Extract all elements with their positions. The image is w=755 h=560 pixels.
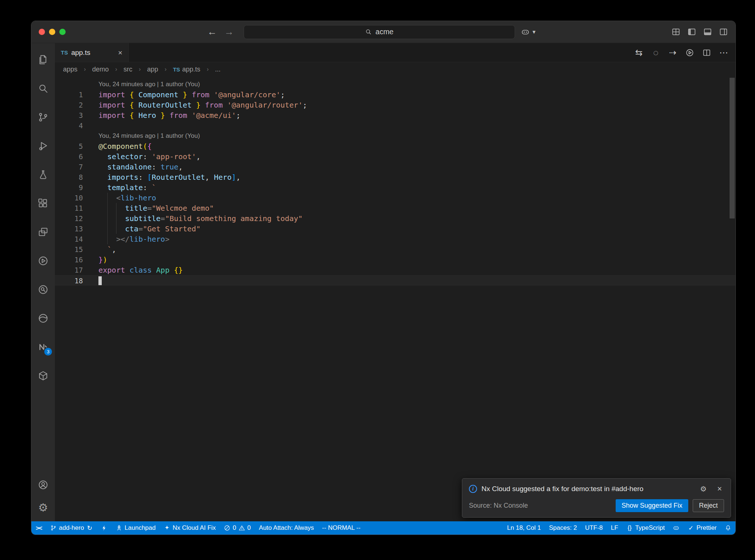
breadcrumb-item-src[interactable]: src [123, 66, 132, 73]
status-nx-cloud-ai-fix[interactable]: Nx Cloud AI Fix [160, 521, 220, 535]
code-text: import { Hero } from '@acme/ui'; [98, 110, 735, 120]
bell-icon [725, 525, 731, 531]
activity-nx-console[interactable]: 3 [31, 333, 55, 361]
breadcrumb-item-apps[interactable]: apps [63, 66, 77, 73]
code-text: imports: [RouterOutlet, Hero], [98, 172, 735, 182]
tab-app-ts[interactable]: TS app.ts × [55, 43, 129, 62]
split-editor-button[interactable] [702, 48, 711, 57]
status-label: add-hero [59, 524, 84, 532]
status-launchpad[interactable]: Launchpad [112, 521, 160, 535]
status-encoding[interactable]: UTF-8 [581, 521, 607, 535]
search-icon [38, 83, 49, 94]
status-vim-mode[interactable]: -- NORMAL -- [318, 521, 365, 535]
code-text: selector: 'app-root', [98, 151, 735, 162]
status-language-mode[interactable]: {}TypeScript [622, 521, 669, 535]
traffic-lights [39, 29, 66, 35]
sync-icon: ↻ [86, 525, 93, 531]
code-text: }) [98, 255, 735, 265]
status-git-branch[interactable]: add-hero↻ [46, 521, 97, 535]
error-icon [224, 525, 230, 531]
status-label: Auto Attach: Always [259, 524, 314, 532]
status-label: Launchpad [125, 524, 156, 532]
status-cursor-position[interactable]: Ln 18, Col 1 [503, 521, 545, 535]
status-zap-item[interactable] [97, 521, 112, 535]
customize-layout-icon[interactable] [671, 27, 681, 36]
open-changes-button[interactable]: ⇆ [634, 48, 643, 57]
notification-source: Source: Nx Console [469, 502, 611, 510]
search-value: acme [376, 28, 394, 36]
line-number: 12 [55, 213, 98, 224]
activity-explorer[interactable] [31, 45, 55, 74]
code-line-8: 8 imports: [RouterOutlet, Hero], [55, 172, 735, 182]
zoom-window-button[interactable] [59, 29, 66, 35]
vertical-scrollbar[interactable] [730, 78, 735, 218]
forward-button[interactable]: → [225, 26, 234, 38]
code-line-10: 10 <lib-hero [55, 193, 735, 203]
code-text: ></lib-hero> [98, 234, 735, 244]
line-number: 8 [55, 172, 98, 182]
copilot-menu[interactable]: ▾ [521, 28, 537, 36]
status-auto-attach[interactable]: Auto Attach: Always [255, 521, 318, 535]
breadcrumb-label: apps [63, 66, 77, 73]
git-blame-annotation[interactable]: You, 24 minutes ago | 1 author (You) [98, 131, 735, 141]
notification-settings-icon[interactable]: ⚙ [699, 484, 708, 493]
run-below-button[interactable]: ⇢ [668, 48, 677, 57]
activity-testing[interactable] [31, 160, 55, 189]
indent-guide [107, 213, 108, 224]
code-area: You, 24 minutes ago | 1 author (You)1imp… [55, 76, 735, 286]
breadcrumb-item-app[interactable]: app [147, 66, 158, 73]
code-line-12: 12 subtitle="Build something amazing tod… [55, 213, 735, 224]
toggle-panel-icon[interactable] [703, 27, 712, 36]
git-blame-annotation[interactable]: You, 24 minutes ago | 1 author (You) [98, 79, 735, 90]
status-eol[interactable]: LF [607, 521, 622, 535]
typescript-file-icon: TS [61, 50, 68, 55]
line-number: 6 [55, 151, 98, 162]
status-problems[interactable]: 00 [220, 521, 255, 535]
code-line-9: 9 template: ` [55, 182, 735, 193]
activity-account[interactable] [31, 473, 55, 496]
run-circle-button[interactable] [685, 48, 694, 57]
outline-button[interactable]: ◌ [651, 48, 660, 57]
code-line-17: 17export class App {} [55, 265, 735, 275]
close-tab-icon[interactable]: × [116, 49, 124, 56]
activity-run-debug[interactable] [31, 132, 55, 160]
activity-remote-explorer[interactable] [31, 218, 55, 246]
show-suggested-fix-button[interactable]: Show Suggested Fix [616, 499, 688, 512]
toggle-sidebar-icon[interactable] [687, 27, 696, 36]
minimize-window-button[interactable] [49, 29, 55, 35]
more-actions-button[interactable]: ⋯ [719, 48, 728, 57]
command-center-search[interactable]: acme [244, 25, 515, 39]
line-number: 11 [55, 203, 98, 213]
close-window-button[interactable] [39, 29, 45, 35]
back-button[interactable]: ← [208, 26, 217, 38]
breadcrumb-item-demo[interactable]: demo [92, 66, 109, 73]
code-text: cta="Get Started" [98, 224, 735, 234]
activity-edge-browser[interactable] [31, 304, 55, 333]
testing-icon [38, 169, 49, 180]
status-notifications-bell[interactable] [721, 521, 735, 535]
status-label: Spaces: 2 [549, 524, 577, 532]
toggle-secondary-sidebar-icon[interactable] [719, 27, 728, 36]
activity-search[interactable] [31, 74, 55, 103]
activity-extensions[interactable] [31, 189, 55, 218]
activity-settings-gear[interactable]: ⚙ [31, 496, 55, 519]
breadcrumb-item-[interactable]: ... [215, 66, 220, 73]
status-formatter-prettier[interactable]: ✓Prettier [683, 521, 721, 535]
activity-code-search[interactable] [31, 275, 55, 304]
status-label: 0 [247, 524, 251, 532]
code-text: import { Component } from '@angular/core… [98, 90, 735, 100]
remote-icon: >< [35, 525, 42, 531]
notification-close-icon[interactable]: × [715, 484, 724, 493]
line-number: 4 [55, 120, 98, 131]
activity-containers[interactable] [31, 361, 55, 390]
breadcrumb-item-appts[interactable]: TSapp.ts [173, 66, 200, 73]
title-bar: ← → acme ▾ [31, 21, 735, 43]
reject-button[interactable]: Reject [693, 499, 724, 512]
status-indentation[interactable]: Spaces: 2 [545, 521, 581, 535]
activity-run-circle[interactable] [31, 246, 55, 275]
code-editor[interactable]: You, 24 minutes ago | 1 author (You)1imp… [55, 76, 735, 521]
warning-icon [239, 525, 245, 531]
activity-source-control[interactable] [31, 103, 55, 132]
status-copilot-status[interactable] [669, 521, 683, 535]
status-remote-indicator[interactable]: >< [31, 521, 46, 535]
